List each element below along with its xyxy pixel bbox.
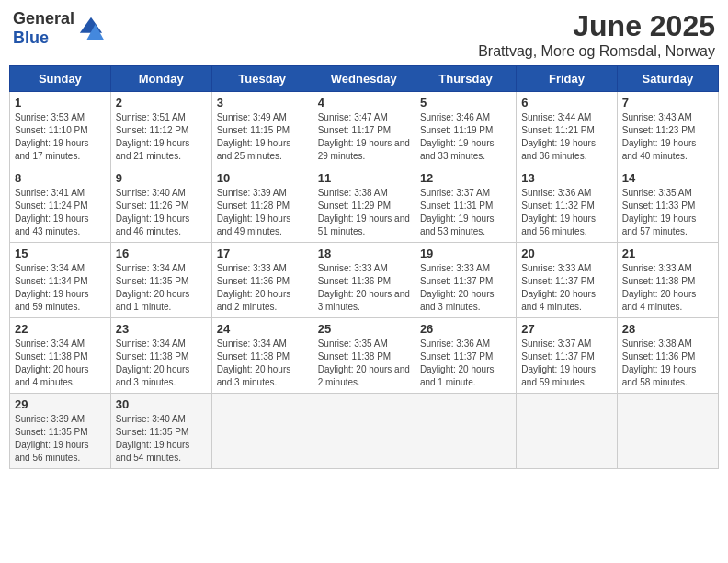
logo: General Blue [13,9,104,48]
day-number: 7 [622,96,713,109]
calendar-cell: 27 Sunrise: 3:37 AMSunset: 11:37 PMDayli… [517,318,617,394]
day-info: Sunrise: 3:46 AMSunset: 11:19 PMDaylight… [420,112,495,161]
calendar-cell: 7 Sunrise: 3:43 AMSunset: 11:23 PMDaylig… [617,92,718,167]
day-number: 12 [420,171,511,185]
calendar-cell: 5 Sunrise: 3:46 AMSunset: 11:19 PMDaylig… [415,92,516,167]
calendar-table: SundayMondayTuesdayWednesdayThursdayFrid… [9,65,719,469]
day-info: Sunrise: 3:49 AMSunset: 11:15 PMDaylight… [217,112,291,161]
day-info: Sunrise: 3:34 AMSunset: 11:38 PMDaylight… [15,339,89,387]
weekday-header: Monday [110,66,211,92]
logo-blue: Blue [13,29,49,47]
calendar-cell: 8 Sunrise: 3:41 AMSunset: 11:24 PMDaylig… [10,167,111,243]
day-info: Sunrise: 3:53 AMSunset: 11:10 PMDaylight… [15,112,89,161]
calendar-week-row: 1 Sunrise: 3:53 AMSunset: 11:10 PMDaylig… [10,92,719,167]
day-info: Sunrise: 3:34 AMSunset: 11:34 PMDaylight… [15,263,89,312]
calendar-cell: 3 Sunrise: 3:49 AMSunset: 11:15 PMDaylig… [211,92,313,167]
day-number: 26 [420,322,511,336]
day-number: 18 [318,247,410,260]
calendar-cell: 23 Sunrise: 3:34 AMSunset: 11:38 PMDayli… [110,318,211,394]
calendar-header-row: SundayMondayTuesdayWednesdayThursdayFrid… [10,66,719,92]
day-info: Sunrise: 3:47 AMSunset: 11:17 PMDaylight… [318,112,410,161]
day-info: Sunrise: 3:38 AMSunset: 11:36 PMDaylight… [622,339,697,387]
weekday-header: Saturday [617,66,718,92]
day-number: 5 [420,96,511,109]
day-info: Sunrise: 3:41 AMSunset: 11:24 PMDaylight… [15,188,89,236]
calendar-cell: 6 Sunrise: 3:44 AMSunset: 11:21 PMDaylig… [517,92,617,167]
day-number: 1 [15,96,106,109]
day-info: Sunrise: 3:40 AMSunset: 11:35 PMDaylight… [116,414,190,463]
day-number: 19 [420,247,511,260]
day-number: 6 [521,96,611,109]
day-info: Sunrise: 3:33 AMSunset: 11:36 PMDaylight… [318,263,410,312]
calendar-cell: 17 Sunrise: 3:33 AMSunset: 11:36 PMDayli… [211,243,313,318]
title-block: June 2025 Brattvag, More og Romsdal, Nor… [478,9,715,60]
calendar-cell: 18 Sunrise: 3:33 AMSunset: 11:36 PMDayli… [313,243,415,318]
day-info: Sunrise: 3:51 AMSunset: 11:12 PMDaylight… [116,112,190,161]
calendar-cell: 21 Sunrise: 3:33 AMSunset: 11:38 PMDayli… [617,243,718,318]
calendar-cell: 24 Sunrise: 3:34 AMSunset: 11:38 PMDayli… [211,318,313,394]
header: General Blue June 2025 Brattvag, More og… [9,9,719,60]
day-info: Sunrise: 3:37 AMSunset: 11:37 PMDaylight… [521,339,596,387]
weekday-header: Sunday [10,66,111,92]
calendar-cell: 20 Sunrise: 3:33 AMSunset: 11:37 PMDayli… [517,243,617,318]
calendar-cell: 4 Sunrise: 3:47 AMSunset: 11:17 PMDaylig… [313,92,415,167]
day-number: 15 [15,247,106,260]
day-info: Sunrise: 3:39 AMSunset: 11:35 PMDaylight… [15,414,89,463]
weekday-header: Tuesday [211,66,313,92]
logo-general: General [13,9,74,28]
day-number: 17 [217,247,308,260]
day-info: Sunrise: 3:43 AMSunset: 11:23 PMDaylight… [622,112,697,161]
day-number: 22 [15,322,106,336]
calendar-cell: 22 Sunrise: 3:34 AMSunset: 11:38 PMDayli… [10,318,111,394]
calendar-week-row: 8 Sunrise: 3:41 AMSunset: 11:24 PMDaylig… [10,167,719,243]
day-info: Sunrise: 3:36 AMSunset: 11:37 PMDaylight… [420,339,495,387]
calendar-week-row: 29 Sunrise: 3:39 AMSunset: 11:35 PMDayli… [10,394,719,469]
day-info: Sunrise: 3:35 AMSunset: 11:38 PMDaylight… [318,339,410,387]
day-number: 13 [521,171,611,185]
weekday-header: Thursday [415,66,516,92]
calendar-cell: 13 Sunrise: 3:36 AMSunset: 11:32 PMDayli… [517,167,617,243]
day-info: Sunrise: 3:34 AMSunset: 11:35 PMDaylight… [116,263,190,312]
calendar-cell [517,394,617,469]
day-number: 14 [622,171,713,185]
day-number: 27 [521,322,611,336]
day-info: Sunrise: 3:33 AMSunset: 11:38 PMDaylight… [622,263,697,312]
day-number: 24 [217,322,308,336]
calendar-cell: 10 Sunrise: 3:39 AMSunset: 11:28 PMDayli… [211,167,313,243]
day-number: 9 [116,171,207,185]
logo-block: General Blue [13,9,74,48]
svg-marker-0 [80,17,102,33]
calendar-week-row: 22 Sunrise: 3:34 AMSunset: 11:38 PMDayli… [10,318,719,394]
day-number: 11 [318,171,410,185]
day-info: Sunrise: 3:34 AMSunset: 11:38 PMDaylight… [217,339,291,387]
calendar-cell: 15 Sunrise: 3:34 AMSunset: 11:34 PMDayli… [10,243,111,318]
weekday-header: Wednesday [313,66,415,92]
calendar-cell: 11 Sunrise: 3:38 AMSunset: 11:29 PMDayli… [313,167,415,243]
day-info: Sunrise: 3:33 AMSunset: 11:37 PMDaylight… [521,263,596,312]
calendar-cell: 12 Sunrise: 3:37 AMSunset: 11:31 PMDayli… [415,167,516,243]
weekday-header: Friday [517,66,617,92]
calendar-cell: 28 Sunrise: 3:38 AMSunset: 11:36 PMDayli… [617,318,718,394]
calendar-cell: 2 Sunrise: 3:51 AMSunset: 11:12 PMDaylig… [110,92,211,167]
day-number: 29 [15,397,106,411]
calendar-cell: 1 Sunrise: 3:53 AMSunset: 11:10 PMDaylig… [10,92,111,167]
calendar-cell: 30 Sunrise: 3:40 AMSunset: 11:35 PMDayli… [110,394,211,469]
calendar-cell: 19 Sunrise: 3:33 AMSunset: 11:37 PMDayli… [415,243,516,318]
day-number: 23 [116,322,207,336]
calendar-cell: 25 Sunrise: 3:35 AMSunset: 11:38 PMDayli… [313,318,415,394]
day-info: Sunrise: 3:36 AMSunset: 11:32 PMDaylight… [521,188,596,236]
day-number: 16 [116,247,207,260]
day-number: 25 [318,322,410,336]
calendar-cell: 9 Sunrise: 3:40 AMSunset: 11:26 PMDaylig… [110,167,211,243]
calendar-week-row: 15 Sunrise: 3:34 AMSunset: 11:34 PMDayli… [10,243,719,318]
day-info: Sunrise: 3:39 AMSunset: 11:28 PMDaylight… [217,188,291,236]
calendar-cell: 26 Sunrise: 3:36 AMSunset: 11:37 PMDayli… [415,318,516,394]
location-title: Brattvag, More og Romsdal, Norway [478,43,715,60]
day-info: Sunrise: 3:40 AMSunset: 11:26 PMDaylight… [116,188,190,236]
day-info: Sunrise: 3:35 AMSunset: 11:33 PMDaylight… [622,188,697,236]
day-number: 10 [217,171,308,185]
calendar-cell [211,394,313,469]
day-number: 20 [521,247,611,260]
logo-icon [78,16,104,41]
calendar-cell: 14 Sunrise: 3:35 AMSunset: 11:33 PMDayli… [617,167,718,243]
